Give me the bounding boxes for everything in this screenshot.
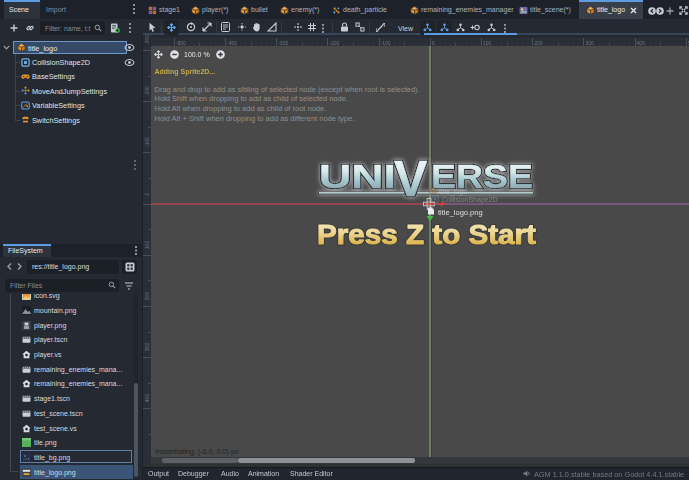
svg-text:UNI: UNI <box>319 157 396 195</box>
svg-text:Press Z to Start: Press Z to Start <box>317 219 536 250</box>
